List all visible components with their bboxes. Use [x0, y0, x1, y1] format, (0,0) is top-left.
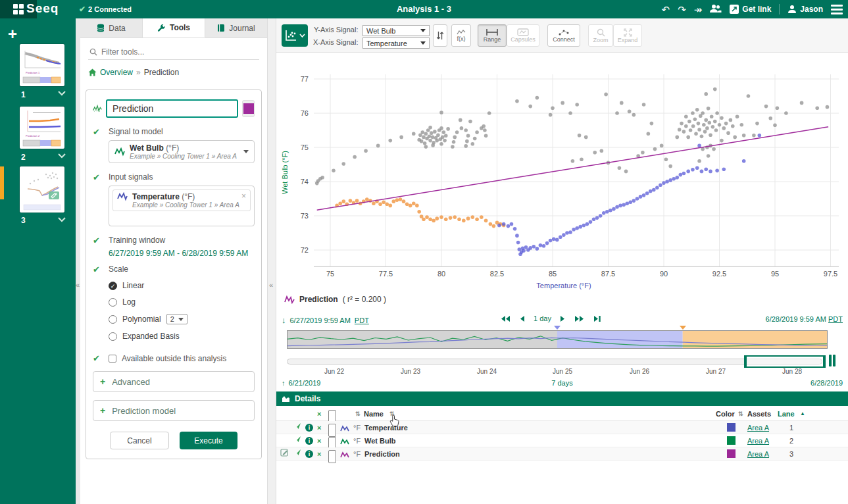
step-back-much-icon[interactable] — [500, 315, 511, 322]
range-start[interactable]: 6/27/2019 9:59 AM — [290, 316, 351, 324]
y-axis-signal-select[interactable]: Wet Bulb — [362, 25, 430, 36]
worksheet-thumbnail-2[interactable]: Prediction 2 — [20, 107, 64, 149]
prediction-model-expander[interactable]: + Prediction model — [93, 400, 255, 421]
timeline-scrollbar-track[interactable] — [287, 359, 822, 365]
row-asset-link[interactable]: Area A — [747, 434, 769, 447]
row-name[interactable]: Wet Bulb — [364, 434, 395, 447]
redo-icon[interactable]: ↷ — [678, 5, 686, 14]
scale-option-log[interactable]: Log — [109, 297, 255, 307]
user-menu[interactable]: Jason — [787, 5, 823, 14]
auto-update-icon[interactable] — [829, 355, 836, 366]
table-row[interactable]: i × °F Wet Bulb Area A 2 — [276, 434, 848, 447]
train-split-marker[interactable] — [680, 326, 686, 330]
timeline-strip[interactable] — [287, 330, 828, 349]
row-color-swatch[interactable] — [727, 449, 736, 458]
scale-option-polynomial[interactable]: Polynomial 2 — [109, 314, 255, 324]
row-color-swatch[interactable] — [727, 423, 736, 432]
step-forward-much-icon[interactable] — [574, 315, 585, 322]
worksheet-1-chevron-down-icon[interactable] — [58, 89, 66, 98]
sort-asc-icon[interactable]: ▲ — [800, 407, 805, 421]
function-button[interactable]: f(x) — [451, 24, 471, 47]
row-asset-link[interactable]: Area A — [747, 421, 769, 434]
range-start-arrow-icon[interactable]: ↓ — [282, 315, 286, 325]
prediction-name-input[interactable] — [106, 99, 238, 118]
scatter-chart[interactable]: 7273747576777577.58082.58587.59092.59597… — [280, 57, 848, 293]
row-color-swatch[interactable] — [727, 436, 736, 445]
remove-icon[interactable]: × — [317, 434, 321, 447]
collapse-panel-icon[interactable]: « — [269, 281, 273, 289]
send-to-trend-icon[interactable] — [293, 447, 301, 461]
info-icon[interactable]: i — [305, 424, 313, 432]
remove-all-icon[interactable]: × — [317, 407, 321, 421]
breadcrumb-overview[interactable]: Overview — [100, 68, 133, 77]
train-start-marker[interactable] — [554, 326, 561, 330]
signal-to-model-dropdown[interactable]: Wet Bulb (°F) Example » Cooling Tower 1 … — [109, 140, 255, 163]
scale-option-expanded-basis[interactable]: Expanded Basis — [109, 332, 255, 341]
connect-button[interactable]: Connect — [547, 24, 580, 47]
filter-tools-input[interactable] — [101, 47, 246, 57]
range-button[interactable]: Range — [478, 24, 507, 47]
timeline-range-selector[interactable] — [744, 355, 826, 368]
advanced-expander[interactable]: + Advanced — [93, 371, 255, 392]
scatter-view-button[interactable] — [282, 24, 308, 47]
sort-icon[interactable]: ⇅ — [355, 407, 361, 421]
expand-button[interactable]: Expand — [613, 24, 642, 47]
range-start-timezone[interactable]: PDT — [355, 316, 369, 324]
home-icon[interactable] — [88, 68, 97, 76]
execute-button[interactable]: Execute — [180, 432, 237, 449]
tab-tools[interactable]: Tools — [143, 18, 205, 38]
polynomial-degree-select[interactable]: 2 — [166, 314, 187, 324]
info-icon[interactable]: i — [305, 450, 313, 458]
users-icon[interactable] — [710, 4, 722, 14]
row-name[interactable]: Prediction — [364, 447, 400, 461]
info-icon[interactable]: i — [305, 437, 313, 445]
worksheet-thumbnail-1[interactable]: Prediction 1 — [20, 44, 64, 86]
color-swatch-button[interactable] — [242, 100, 255, 117]
cancel-button[interactable]: Cancel — [110, 432, 169, 449]
column-assets[interactable]: Assets — [747, 407, 771, 421]
send-to-trend-icon[interactable] — [293, 421, 301, 434]
edit-icon[interactable] — [280, 447, 289, 461]
remove-icon[interactable]: × — [317, 447, 321, 461]
input-signals-box[interactable]: Temperature (°F) Example » Cooling Tower… — [109, 186, 255, 226]
hamburger-menu-icon[interactable] — [831, 5, 843, 14]
step-duration[interactable]: 1 day — [534, 315, 551, 322]
range-end[interactable]: 6/28/2019 9:59 AM — [766, 315, 826, 323]
redo-all-icon[interactable]: ↠ — [694, 5, 703, 14]
row-asset-link[interactable]: Area A — [747, 447, 769, 461]
column-name[interactable]: Name — [364, 407, 384, 421]
get-link-button[interactable]: Get link — [730, 5, 771, 14]
send-to-trend-icon[interactable] — [293, 434, 301, 447]
tab-journal[interactable]: Journal — [205, 18, 267, 38]
x-axis-signal-select[interactable]: Temperature — [362, 38, 430, 49]
table-row[interactable]: i × °F Prediction Area A 3 — [276, 447, 848, 461]
details-bar[interactable]: Details — [276, 391, 848, 406]
worksheet-2-chevron-down-icon[interactable] — [58, 151, 66, 161]
table-row[interactable]: i × °F Temperature Area A 1 — [276, 421, 848, 434]
row-checkbox[interactable] — [328, 450, 336, 463]
add-worksheet-button[interactable]: + — [8, 26, 17, 42]
capsules-button[interactable]: Capsules — [507, 24, 539, 47]
step-forward-icon[interactable] — [560, 315, 566, 322]
investigate-end[interactable]: 6/28/2019 — [811, 379, 843, 387]
remove-signal-icon[interactable]: × — [241, 191, 246, 201]
collapse-rail-icon[interactable]: « — [76, 281, 80, 289]
remove-icon[interactable]: × — [317, 421, 321, 434]
range-end-timezone[interactable]: PDT — [828, 315, 843, 323]
step-back-icon[interactable] — [519, 315, 525, 322]
investigate-duration[interactable]: 7 days — [276, 379, 848, 387]
worksheet-3-chevron-down-icon[interactable] — [58, 215, 66, 224]
swap-axes-button[interactable] — [433, 24, 447, 47]
undo-icon[interactable]: ↶ — [662, 5, 670, 14]
sort-icon[interactable]: ⇅ — [738, 407, 743, 421]
worksheet-thumbnail-3[interactable] — [20, 166, 64, 213]
training-start[interactable]: 6/27/2019 9:59 AM — [109, 249, 175, 258]
legend-name[interactable]: Prediction — [299, 295, 338, 304]
zoom-button[interactable]: Zoom — [588, 24, 613, 47]
column-color[interactable]: Color — [716, 407, 735, 421]
row-name[interactable]: Temperature — [364, 421, 408, 434]
column-lane[interactable]: Lane — [778, 407, 795, 421]
training-end[interactable]: 6/28/2019 9:59 AM — [182, 249, 248, 258]
scale-option-linear[interactable]: ✓ Linear — [109, 281, 255, 290]
tab-data[interactable]: Data — [80, 18, 143, 38]
